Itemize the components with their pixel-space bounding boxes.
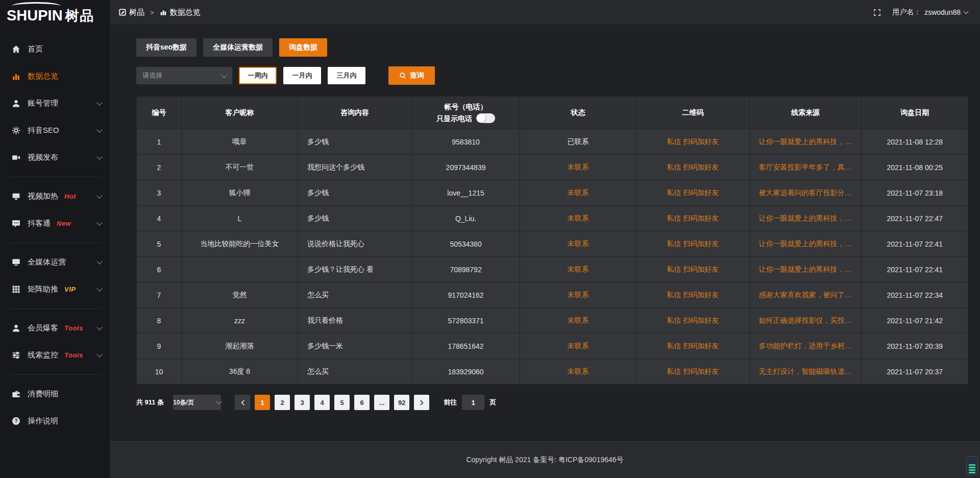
cell-qrcode[interactable]: 私信 扫码加好友 — [636, 206, 749, 231]
table-row: 1哦章多少钱9583810已联系私信 扫码加好友让你一眼就爱上的黑科技，能...… — [137, 129, 968, 155]
page-button-92[interactable]: 92 — [394, 395, 409, 410]
content: 抖音seo数据全媒体运营数据询盘数据 请选择 一周内一月内三月内 查询 — [110, 25, 980, 441]
goto-page-input[interactable]: 1 — [462, 395, 484, 410]
cell-id: 1 — [137, 129, 182, 155]
phone-toggle-label: 只显示电话 — [436, 113, 472, 124]
cell-qrcode[interactable]: 私信 扫码加好友 — [636, 155, 749, 180]
cell-status: 未联系 — [520, 155, 636, 180]
table-row: 6多少钱？让我死心 看70898792未联系私信 扫码加好友让你一眼就爱上的黑科… — [137, 257, 968, 282]
sidebar-item-数据总览[interactable]: 数据总览 — [0, 63, 110, 90]
cell-qrcode[interactable]: 私信 扫码加好友 — [636, 359, 749, 385]
cell-nickname: 36度 8 — [181, 359, 298, 385]
page-size-value: 10条/页 — [173, 398, 194, 407]
cell-source[interactable]: 被大家追着问的客厅投影分享... — [749, 180, 862, 206]
page-button-5[interactable]: 5 — [334, 395, 350, 410]
cell-source[interactable]: 让你一眼就爱上的黑科技，能... — [749, 257, 862, 282]
cell-status: 未联系 — [520, 308, 636, 333]
sidebar-menu: 首页数据总览账号管理抖音SEO视频发布视频加热Hot抖客通New全媒体运营矩阵助… — [0, 36, 110, 435]
sidebar-item-label: 视频发布 — [28, 153, 58, 162]
page-size-select[interactable]: 10条/页 — [173, 395, 221, 410]
tv-icon — [12, 192, 21, 201]
chevron-down-icon — [96, 154, 102, 159]
sidebar-item-矩阵助推[interactable]: 矩阵助推VIP — [0, 276, 110, 303]
page-button-1[interactable]: 1 — [255, 395, 270, 410]
cell-id: 7 — [137, 282, 182, 308]
cell-source[interactable]: 让你一眼就爱上的黑科技，能... — [749, 206, 862, 231]
page-button-4[interactable]: 4 — [314, 395, 330, 410]
footer: Copyright 树品 2021 备案号: 粤ICP备09019646号 — [110, 441, 980, 478]
sidebar-item-label: 操作说明 — [28, 416, 58, 426]
table-row: 4L多少钱Q_Liu.未联系私信 扫码加好友让你一眼就爱上的黑科技，能...20… — [137, 206, 968, 231]
sidebar-item-首页[interactable]: 首页 — [0, 36, 110, 63]
cell-content: 多少钱 — [298, 206, 412, 231]
cell-source[interactable]: 让你一眼就爱上的黑科技，能... — [749, 231, 862, 257]
phone-only-toggle[interactable] — [476, 113, 495, 123]
next-page-button[interactable] — [414, 395, 429, 410]
user-dropdown[interactable]: 用户名：zswodun88 — [892, 8, 968, 17]
range-buttons: 一周内一月内三月内 — [232, 67, 365, 84]
cell-qrcode[interactable]: 私信 扫码加好友 — [636, 333, 749, 359]
cell-source[interactable]: 让你一眼就爱上的黑科技，能... — [749, 129, 862, 155]
prev-page-button[interactable] — [235, 395, 250, 410]
chevron-down-icon — [964, 9, 969, 14]
cell-status: 未联系 — [520, 257, 636, 282]
account-select[interactable]: 请选择 — [136, 67, 232, 84]
floating-widget[interactable] — [966, 456, 978, 475]
page-ellipsis-button[interactable]: ... — [374, 395, 389, 410]
sidebar-item-操作说明[interactable]: ?操作说明 — [0, 408, 110, 435]
tab-全媒体运营数据[interactable]: 全媒体运营数据 — [203, 38, 273, 57]
cell-source[interactable]: 如何正确选择投影仪，买投影... — [749, 308, 862, 333]
cell-source[interactable]: 客厅安装投影半年多了，真实... — [749, 155, 862, 180]
range-button-一周内[interactable]: 一周内 — [239, 67, 277, 84]
page-button-2[interactable]: 2 — [275, 395, 290, 410]
cell-qrcode[interactable]: 私信 扫码加好友 — [636, 231, 749, 257]
cell-qrcode[interactable]: 私信 扫码加好友 — [636, 257, 749, 282]
inquiry-table: 编号 客户昵称 咨询内容 帐号（电话） 只显示电话 状态 二维码 线索来源 — [136, 96, 968, 385]
sidebar-item-抖音SEO[interactable]: 抖音SEO — [0, 117, 110, 144]
col-id: 编号 — [137, 97, 182, 129]
cell-source[interactable]: 多功能护栏灯，适用于乡村文... — [749, 333, 862, 359]
cell-qrcode[interactable]: 私信 扫码加好友 — [636, 308, 749, 333]
goto-label: 前往 — [444, 398, 457, 407]
question-icon: ? — [12, 417, 21, 426]
sidebar-item-会员爆客[interactable]: 会员爆客Tools — [0, 315, 110, 342]
menu-divider — [9, 177, 101, 177]
search-button[interactable]: 查询 — [388, 66, 435, 85]
cell-source[interactable]: 无主灯设计，智能磁吸轨道灯... — [749, 359, 862, 385]
cell-qrcode[interactable]: 私信 扫码加好友 — [636, 282, 749, 308]
breadcrumb-item[interactable]: 树品 — [119, 8, 144, 17]
cell-id: 10 — [137, 359, 182, 385]
app-root: SHUPIN 树品 首页数据总览账号管理抖音SEO视频发布视频加热Hot抖客通N… — [0, 0, 980, 478]
table-header-row: 编号 客户昵称 咨询内容 帐号（电话） 只显示电话 状态 二维码 线索来源 — [137, 97, 968, 129]
cell-date: 2021-11-07 22:47 — [862, 206, 968, 231]
home-icon — [12, 45, 21, 54]
tab-询盘数据[interactable]: 询盘数据 — [279, 38, 327, 57]
sidebar-item-badge: Hot — [64, 193, 76, 200]
table-row: 1036度 8怎么买183929060未联系私信 扫码加好友无主灯设计，智能磁吸… — [137, 359, 968, 385]
cell-account: 183929060 — [412, 359, 520, 385]
breadcrumb-item[interactable]: 数据总览 — [160, 8, 201, 17]
sidebar-item-视频发布[interactable]: 视频发布 — [0, 144, 110, 171]
total-count: 共 911 条 — [136, 398, 164, 407]
sidebar-item-抖客通[interactable]: 抖客通New — [0, 210, 110, 237]
page-button-3[interactable]: 3 — [295, 395, 310, 410]
cell-date: 2021-11-07 21:42 — [862, 308, 968, 333]
sidebar-item-账号管理[interactable]: 账号管理 — [0, 90, 110, 117]
sidebar-item-全媒体运营[interactable]: 全媒体运营 — [0, 249, 110, 276]
wallet-icon — [12, 390, 21, 399]
col-qrcode: 二维码 — [636, 97, 749, 129]
cell-nickname: L — [181, 206, 298, 231]
fullscreen-icon[interactable] — [873, 9, 881, 16]
tab-抖音seo数据[interactable]: 抖音seo数据 — [136, 38, 197, 57]
range-button-三月内[interactable]: 三月内 — [328, 67, 365, 84]
cell-source[interactable]: 感谢大家喜欢我家，被问了好... — [749, 282, 862, 308]
range-button-一月内[interactable]: 一月内 — [283, 67, 321, 84]
cell-qrcode[interactable]: 私信 扫码加好友 — [636, 129, 749, 155]
cell-qrcode[interactable]: 私信 扫码加好友 — [636, 180, 749, 206]
sidebar-item-视频加热[interactable]: 视频加热Hot — [0, 183, 110, 210]
username-label: 用户名： — [892, 8, 921, 17]
page-button-6[interactable]: 6 — [354, 395, 370, 410]
breadcrumb-label: 数据总览 — [170, 8, 201, 17]
sidebar-item-消费明细[interactable]: 消费明细 — [0, 380, 110, 408]
sidebar-item-线索监控[interactable]: 线索监控Tools — [0, 342, 110, 369]
